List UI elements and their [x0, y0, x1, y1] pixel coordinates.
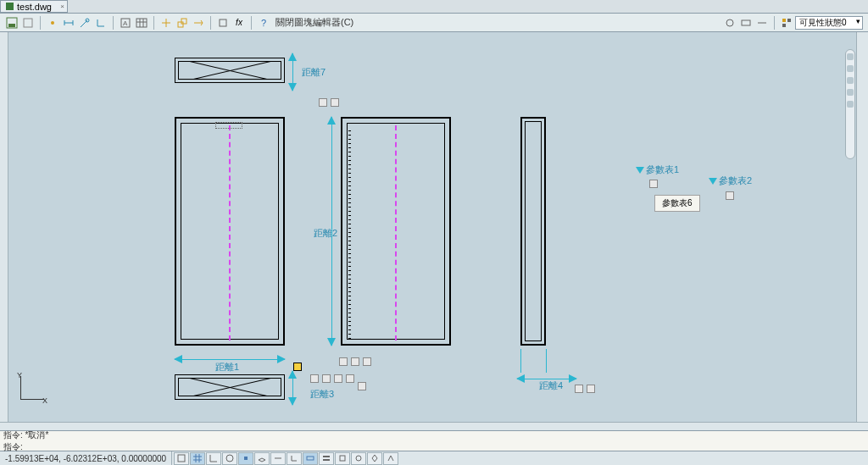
svg-rect-8 — [178, 22, 183, 27]
grip-icon[interactable] — [331, 98, 339, 107]
svg-point-11 — [726, 19, 733, 26]
drawing-canvas[interactable]: 距離7 距離1 距離3 — [8, 32, 856, 422]
grip-icon[interactable] — [339, 357, 348, 366]
svg-rect-9 — [181, 19, 186, 24]
coordinates-readout[interactable]: -1.59913E+04, -6.02312E+03, 0.00000000 — [0, 451, 172, 465]
vis-button-2[interactable] — [739, 16, 753, 30]
command-history: 指令: *取消* — [3, 429, 865, 441]
triangle-icon — [636, 167, 644, 174]
door-frame-right — [520, 117, 546, 346]
xy-param-button[interactable] — [94, 16, 108, 30]
nav-home-icon[interactable] — [847, 53, 854, 60]
dim7[interactable] — [290, 53, 295, 91]
svg-point-17 — [226, 455, 233, 462]
block-editor-toolbar: A fx ? 關閉圖塊編輯器(C) 可見性狀態0 — [0, 14, 868, 32]
grip-icon[interactable] — [649, 180, 658, 188]
osnap-toggle[interactable] — [238, 452, 253, 465]
vis-button-3[interactable] — [755, 16, 769, 30]
svg-point-3 — [51, 21, 54, 25]
param-table-1[interactable]: 參數表1 — [636, 163, 679, 176]
am-toggle[interactable] — [383, 452, 398, 465]
lwt-toggle[interactable] — [319, 452, 334, 465]
tab-filename: test.dwg — [17, 2, 52, 12]
svg-rect-14 — [787, 19, 791, 22]
point-param-button[interactable] — [46, 16, 59, 30]
dim3-label: 距離3 — [310, 388, 334, 401]
ext-line — [520, 349, 521, 373]
svg-rect-15 — [782, 24, 786, 27]
grip-icon[interactable] — [319, 98, 327, 107]
svg-rect-16 — [178, 455, 185, 462]
linear-param-button[interactable] — [62, 16, 75, 30]
grip-icon[interactable] — [310, 374, 319, 383]
sc-toggle[interactable] — [367, 452, 382, 465]
triangle-icon — [709, 178, 717, 185]
grip-icon[interactable] — [587, 385, 595, 393]
grip-icon[interactable] — [351, 357, 359, 366]
svg-rect-12 — [742, 20, 750, 25]
param-table-button[interactable]: 參數表6 — [654, 195, 700, 212]
grip-icon[interactable] — [363, 357, 371, 366]
tab-bar: test.dwg × — [0, 0, 868, 14]
scrollbar-vertical[interactable] — [856, 32, 868, 422]
tpy-toggle[interactable] — [335, 452, 350, 465]
help-button[interactable]: ? — [257, 16, 270, 30]
tool-button-2[interactable] — [21, 16, 35, 30]
snap-toggle[interactable] — [174, 452, 189, 465]
ducs-toggle[interactable] — [287, 452, 302, 465]
close-icon[interactable]: × — [60, 3, 64, 10]
qp-toggle[interactable] — [351, 452, 366, 465]
file-tab[interactable]: test.dwg × — [0, 0, 68, 13]
vis-states-button[interactable] — [780, 16, 793, 30]
scale-action-button[interactable] — [175, 16, 189, 30]
svg-rect-19 — [307, 457, 314, 460]
canvas-wrap: 距離7 距離1 距離3 — [0, 32, 868, 430]
vis-button-1[interactable] — [723, 16, 737, 30]
command-line[interactable]: 指令: *取消* 指令: — [0, 430, 868, 451]
svg-rect-7 — [136, 19, 147, 27]
bottom-panel-shape — [175, 374, 285, 400]
move-action-button[interactable] — [159, 16, 173, 30]
grip-icon[interactable] — [726, 191, 734, 200]
grip-icon[interactable] — [334, 374, 342, 383]
3dosnap-toggle[interactable] — [254, 452, 270, 465]
param-table-2[interactable]: 參數表2 — [709, 174, 752, 187]
visibility-dropdown[interactable]: 可見性狀態0 — [795, 16, 863, 30]
nav-wheel-icon[interactable] — [847, 101, 854, 108]
polar-param-button[interactable] — [78, 16, 92, 30]
hatching — [348, 127, 351, 339]
nav-zoom-icon[interactable] — [847, 77, 854, 84]
table-button[interactable] — [135, 16, 148, 30]
grip-icon[interactable] — [575, 385, 583, 393]
file-icon — [6, 3, 14, 10]
dim3[interactable] — [290, 371, 295, 405]
otrack-toggle[interactable] — [270, 452, 286, 465]
svg-text:A: A — [123, 19, 128, 27]
nav-pan-icon[interactable] — [847, 65, 854, 72]
svg-rect-2 — [24, 19, 32, 27]
navigation-bar[interactable] — [845, 49, 855, 159]
grip-icon[interactable] — [322, 374, 331, 383]
ruler-horizontal — [0, 422, 868, 430]
svg-rect-1 — [8, 24, 15, 27]
ext-line — [546, 349, 547, 373]
attribute-button[interactable]: A — [119, 16, 132, 30]
svg-rect-13 — [782, 19, 786, 22]
dim4-label: 距離4 — [539, 379, 563, 392]
save-block-button[interactable] — [5, 16, 19, 30]
grip-icon[interactable] — [346, 374, 354, 383]
nav-orbit-icon[interactable] — [847, 89, 854, 96]
status-bar: -1.59913E+04, -6.02312E+03, 0.00000000 — [0, 451, 868, 465]
constraint-button[interactable] — [216, 16, 230, 30]
hinge-line-middle — [395, 125, 397, 340]
ortho-toggle[interactable] — [206, 452, 221, 465]
fx-button[interactable]: fx — [232, 16, 246, 30]
grip-icon[interactable] — [358, 382, 366, 390]
stretch-action-button[interactable] — [192, 16, 205, 30]
dyn-toggle[interactable] — [303, 452, 318, 465]
grid-toggle[interactable] — [190, 452, 205, 465]
dim1-label: 距離1 — [215, 361, 239, 374]
block-editor-label[interactable]: 關閉圖塊編輯器(C) — [272, 16, 357, 29]
dim2-label: 距離2 — [314, 227, 337, 240]
polar-toggle[interactable] — [222, 452, 237, 465]
